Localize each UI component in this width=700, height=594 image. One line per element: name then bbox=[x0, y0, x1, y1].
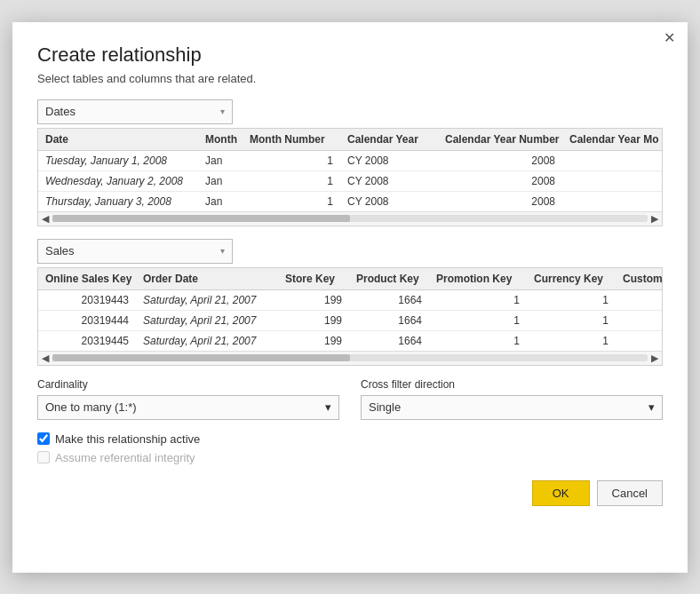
table2-scroll-right-icon[interactable]: ▶ bbox=[651, 352, 658, 364]
table1-section: Dates ▾ Date Month Month Number Calendar… bbox=[37, 99, 663, 226]
table1-scrollbar[interactable]: ◀ ▶ bbox=[38, 211, 662, 226]
active-relationship-checkbox[interactable] bbox=[37, 432, 50, 445]
t2-col-currency-key: Currency Key bbox=[527, 268, 616, 290]
t2-row3-store-key: 199 bbox=[278, 330, 349, 351]
cardinality-label: Cardinality bbox=[37, 378, 339, 391]
t1-row1-cal-year: CY 2008 bbox=[340, 150, 438, 170]
active-relationship-row: Make this relationship active bbox=[37, 432, 663, 446]
table1-dropdown-arrow: ▾ bbox=[220, 107, 225, 116]
checkbox-section: Make this relationship active Assume ref… bbox=[37, 432, 663, 464]
cross-filter-dropdown[interactable]: Single ▾ bbox=[361, 395, 663, 420]
t2-row2-currency-key: 1 bbox=[527, 310, 616, 330]
table1-scroll-right-icon[interactable]: ▶ bbox=[651, 213, 658, 225]
t1-row3-cal-year-num: 2008 bbox=[438, 191, 562, 211]
t2-row2-product-key: 1664 bbox=[349, 310, 429, 330]
cross-filter-label: Cross filter direction bbox=[361, 378, 663, 391]
t1-row2-cal-year: CY 2008 bbox=[340, 170, 438, 191]
table-row: 20319444 Saturday, April 21, 2007 199 16… bbox=[38, 310, 663, 330]
t2-col-online-sales-key: Online Sales Key bbox=[38, 268, 136, 290]
table2-header-row: Online Sales Key Order Date Store Key Pr… bbox=[38, 268, 663, 290]
t1-row3-cal-year-mo bbox=[562, 191, 663, 211]
t1-row1-month-number: 1 bbox=[243, 150, 340, 170]
t1-row3-month-number: 1 bbox=[243, 191, 340, 211]
t1-col-month-number: Month Number bbox=[243, 129, 340, 151]
active-relationship-label: Make this relationship active bbox=[55, 432, 200, 446]
cardinality-dropdown[interactable]: One to many (1:*) ▾ bbox=[37, 395, 339, 420]
cardinality-value: One to many (1:*) bbox=[45, 400, 137, 414]
t2-row2-promo-key: 1 bbox=[429, 310, 527, 330]
table1-dropdown[interactable]: Dates ▾ bbox=[37, 99, 233, 124]
t2-row3-promo-key: 1 bbox=[429, 330, 527, 351]
t1-row2-cal-year-mo bbox=[562, 170, 663, 191]
table-row: Wednesday, January 2, 2008 Jan 1 CY 2008… bbox=[38, 170, 663, 191]
table1-wrapper: Date Month Month Number Calendar Year Ca… bbox=[37, 128, 663, 226]
t2-col-store-key: Store Key bbox=[278, 268, 349, 290]
cardinality-group: Cardinality One to many (1:*) ▾ bbox=[37, 378, 339, 420]
t2-row1-order-date: Saturday, April 21, 2007 bbox=[136, 289, 278, 310]
table2: Online Sales Key Order Date Store Key Pr… bbox=[38, 268, 663, 351]
t1-row1-date: Tuesday, January 1, 2008 bbox=[38, 150, 198, 170]
t2-row1-store-key: 199 bbox=[278, 289, 349, 310]
t2-row1-promo-key: 1 bbox=[429, 289, 527, 310]
t1-row3-date: Thursday, January 3, 2008 bbox=[38, 191, 198, 211]
t1-col-date: Date bbox=[38, 129, 198, 151]
cross-filter-value: Single bbox=[369, 400, 401, 414]
table-row: Thursday, January 3, 2008 Jan 1 CY 2008 … bbox=[38, 191, 663, 211]
t2-row1-currency-key: 1 bbox=[527, 289, 616, 310]
t2-row2-store-key: 199 bbox=[278, 310, 349, 330]
t1-row1-cal-year-mo bbox=[562, 150, 663, 170]
table2-dropdown-label: Sales bbox=[45, 244, 75, 257]
table2-section: Sales ▾ Online Sales Key Order Date Stor… bbox=[37, 239, 663, 366]
t2-row1-sales-key: 20319443 bbox=[38, 289, 136, 310]
t2-row2-customer bbox=[616, 310, 663, 330]
table2-scroll-left-icon[interactable]: ◀ bbox=[42, 352, 49, 364]
t2-row3-order-date: Saturday, April 21, 2007 bbox=[136, 330, 278, 351]
t1-row1-month: Jan bbox=[198, 150, 243, 170]
dialog-title: Create relationship bbox=[37, 44, 663, 67]
t1-col-calendar-year: Calendar Year bbox=[340, 129, 438, 151]
t2-row2-sales-key: 20319444 bbox=[38, 310, 136, 330]
table1-scroll-thumb bbox=[52, 215, 350, 222]
t1-row1-cal-year-num: 2008 bbox=[438, 150, 562, 170]
t2-row1-product-key: 1664 bbox=[349, 289, 429, 310]
t2-col-promotion-key: Promotion Key bbox=[429, 268, 527, 290]
t2-row2-order-date: Saturday, April 21, 2007 bbox=[136, 310, 278, 330]
t2-col-order-date: Order Date bbox=[136, 268, 278, 290]
controls-section: Cardinality One to many (1:*) ▾ Cross fi… bbox=[37, 378, 663, 420]
table2-scrollbar[interactable]: ◀ ▶ bbox=[38, 351, 662, 365]
t2-row3-product-key: 1664 bbox=[349, 330, 429, 351]
t1-row2-cal-year-num: 2008 bbox=[438, 170, 562, 191]
table1-dropdown-label: Dates bbox=[45, 105, 76, 118]
table2-dropdown-arrow: ▾ bbox=[220, 246, 225, 256]
t1-row3-month: Jan bbox=[198, 191, 243, 211]
t2-col-product-key: Product Key bbox=[349, 268, 429, 290]
table1-scroll-left-icon[interactable]: ◀ bbox=[42, 213, 49, 225]
referential-integrity-label: Assume referential integrity bbox=[55, 451, 195, 464]
t1-row3-cal-year: CY 2008 bbox=[340, 191, 438, 211]
close-button[interactable]: ✕ bbox=[664, 31, 675, 45]
t1-row2-date: Wednesday, January 2, 2008 bbox=[38, 170, 198, 191]
t2-row3-sales-key: 20319445 bbox=[38, 330, 136, 351]
footer-buttons: OK Cancel bbox=[37, 480, 663, 506]
t1-col-month: Month bbox=[198, 129, 243, 151]
table-row: Tuesday, January 1, 2008 Jan 1 CY 2008 2… bbox=[38, 150, 663, 170]
table1-scroll-track bbox=[52, 215, 648, 222]
ok-button[interactable]: OK bbox=[532, 480, 590, 506]
t2-row1-customer bbox=[616, 289, 663, 310]
t1-row2-month: Jan bbox=[198, 170, 243, 191]
create-relationship-dialog: ✕ Create relationship Select tables and … bbox=[12, 22, 688, 573]
table-row: 20319445 Saturday, April 21, 2007 199 16… bbox=[38, 330, 663, 351]
referential-integrity-checkbox[interactable] bbox=[37, 451, 50, 463]
t1-col-calendar-year-number: Calendar Year Number bbox=[438, 129, 562, 151]
table2-scroll-thumb bbox=[52, 354, 350, 361]
t2-row3-customer bbox=[616, 330, 663, 351]
cross-filter-arrow-icon: ▾ bbox=[648, 400, 655, 414]
table1: Date Month Month Number Calendar Year Ca… bbox=[38, 129, 663, 211]
t2-row3-currency-key: 1 bbox=[527, 330, 616, 351]
t1-row2-month-number: 1 bbox=[243, 170, 340, 191]
table2-dropdown[interactable]: Sales ▾ bbox=[37, 239, 233, 264]
cancel-button[interactable]: Cancel bbox=[597, 480, 663, 506]
t1-col-calendar-year-mo: Calendar Year Mo bbox=[562, 129, 663, 151]
referential-integrity-row: Assume referential integrity bbox=[37, 451, 663, 464]
dialog-subtitle: Select tables and columns that are relat… bbox=[37, 72, 663, 85]
